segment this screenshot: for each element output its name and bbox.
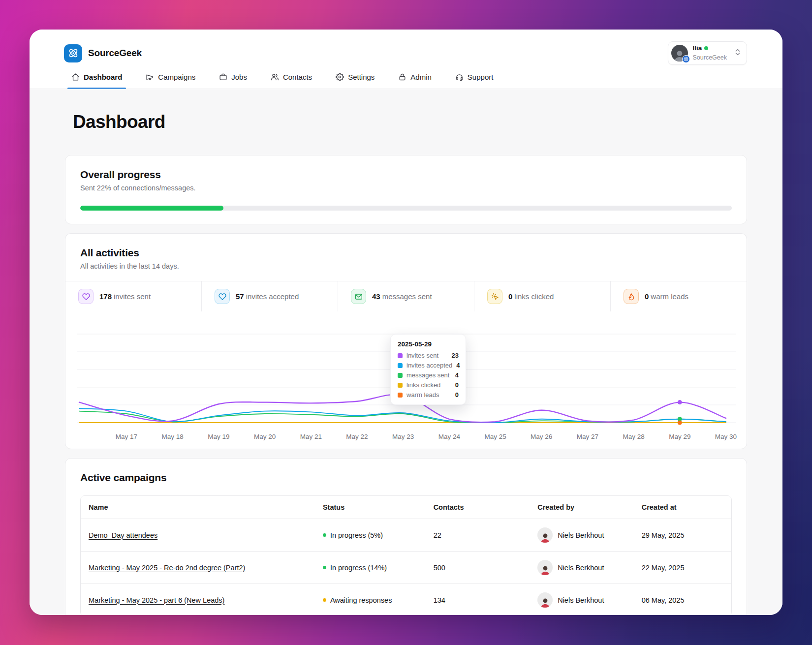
campaigns-title: Active campaigns — [80, 472, 732, 484]
main-nav: Dashboard Campaigns Jobs Contacts Settin… — [70, 73, 747, 89]
megaphone-icon — [146, 73, 154, 81]
x-axis-label: May 22 — [346, 433, 368, 440]
tooltip-date: 2025-05-29 — [398, 340, 459, 348]
stat-invites-accepted: 57invites accepted — [201, 281, 338, 311]
status-dot — [323, 566, 326, 569]
column-header-contacts[interactable]: Contacts — [426, 496, 530, 519]
app-window: SourceGeek Ilia — [30, 30, 782, 615]
created-at: 06 May, 2025 — [634, 584, 731, 615]
user-menu-button[interactable]: Ilia SourceGeek — [668, 41, 747, 65]
column-header-name[interactable]: Name — [81, 496, 315, 519]
gear-icon — [336, 73, 344, 81]
legend-swatch — [398, 383, 403, 388]
overall-progress-title: Overall progress — [80, 169, 732, 181]
app-header: SourceGeek Ilia — [30, 30, 782, 89]
stat-label: invites accepted — [246, 292, 299, 301]
column-header-created-by[interactable]: Created by — [530, 496, 634, 519]
nav-tab-jobs[interactable]: Jobs — [218, 73, 248, 89]
created-by: Niels Berkhout — [537, 527, 626, 543]
activities-subtitle: All activities in the last 14 days. — [80, 262, 732, 270]
created-at: 29 May, 2025 — [634, 519, 731, 552]
tooltip-row: messages sent 4 — [398, 371, 459, 379]
users-icon — [271, 73, 279, 81]
campaign-link[interactable]: Marketing - May 2025 - Re-do 2nd degree … — [89, 564, 245, 572]
nav-tab-campaigns[interactable]: Campaigns — [145, 73, 196, 89]
sourcegeek-logo-icon — [64, 44, 82, 62]
campaign-link[interactable]: Demo_Day attendees — [89, 531, 157, 539]
tooltip-row: links clicked 0 — [398, 381, 459, 389]
all-activities-card: All activities All activities in the las… — [65, 233, 747, 449]
column-header-created-at[interactable]: Created at — [634, 496, 731, 519]
tooltip-row: warm leads 0 — [398, 391, 459, 399]
x-axis-label: May 21 — [300, 433, 322, 440]
legend-swatch — [398, 353, 403, 358]
legend-swatch — [398, 373, 403, 378]
status-badge: Awaiting responses — [323, 596, 418, 604]
stat-value: 0 — [645, 292, 649, 301]
campaign-link[interactable]: Marketing - May 2025 - part 6 (New Leads… — [89, 596, 224, 604]
x-axis-label: May 28 — [623, 433, 644, 440]
legend-swatch — [398, 393, 403, 398]
stat-label: warm leads — [651, 292, 688, 301]
stat-value: 0 — [508, 292, 512, 301]
home-icon — [71, 73, 80, 81]
page-title: Dashboard — [73, 112, 747, 132]
activities-title: All activities — [80, 247, 732, 259]
contacts-count: 22 — [426, 519, 530, 552]
stat-messages-sent: 43messages sent — [338, 281, 474, 311]
stat-warm-leads: 0warm leads — [610, 281, 747, 311]
nav-tab-dashboard[interactable]: Dashboard — [70, 73, 123, 89]
briefcase-icon — [219, 73, 227, 81]
chevron-up-down-icon — [735, 48, 741, 58]
envelope-icon — [351, 289, 366, 304]
brand: SourceGeek — [64, 44, 142, 62]
heart-icon — [215, 289, 230, 304]
tooltip-row: invites sent 23 — [398, 352, 459, 359]
x-axis-label: May 19 — [208, 433, 229, 440]
flame-icon — [624, 289, 639, 304]
org-badge-icon — [682, 55, 690, 63]
nav-tab-contacts[interactable]: Contacts — [270, 73, 313, 89]
x-axis-label: May 29 — [669, 433, 690, 440]
status-badge: In progress (5%) — [323, 531, 418, 539]
x-axis-label: May 18 — [162, 433, 184, 440]
campaigns-table: Name Status Contacts Created by Created … — [80, 495, 732, 615]
progress-fill — [80, 206, 223, 211]
table-row: Marketing - May 2025 - part 6 (New Leads… — [81, 584, 731, 615]
x-axis-labels: May 17May 18May 19May 20May 21May 22May … — [77, 429, 735, 446]
online-status-dot — [704, 46, 708, 50]
click-icon — [487, 289, 502, 304]
tooltip-row: invites accepted 4 — [398, 362, 459, 369]
stat-label: messages sent — [382, 292, 432, 301]
brand-name: SourceGeek — [88, 48, 142, 59]
active-campaigns-card: Active campaigns Name Status Contacts Cr… — [65, 458, 747, 615]
x-axis-label: May 23 — [392, 433, 414, 440]
x-axis-label: May 27 — [577, 433, 598, 440]
x-axis-label: May 25 — [484, 433, 506, 440]
created-by: Niels Berkhout — [537, 560, 626, 575]
created-by: Niels Berkhout — [537, 592, 626, 608]
activity-chart: May 17May 18May 19May 20May 21May 22May … — [65, 311, 747, 449]
column-header-status[interactable]: Status — [315, 496, 426, 519]
contacts-count: 134 — [426, 584, 530, 615]
x-axis-label: May 24 — [438, 433, 460, 440]
x-axis-label: May 17 — [116, 433, 137, 440]
user-name: Ilia — [693, 44, 727, 53]
headset-icon — [455, 73, 464, 81]
x-axis-label: May 20 — [254, 433, 276, 440]
x-axis-label: May 30 — [715, 433, 737, 440]
status-dot — [323, 533, 326, 537]
table-row: Marketing - May 2025 - Re-do 2nd degree … — [81, 552, 731, 584]
progress-bar — [80, 206, 732, 211]
nav-tab-support[interactable]: Support — [454, 73, 495, 89]
user-org: SourceGeek — [693, 54, 727, 61]
nav-tab-settings[interactable]: Settings — [335, 73, 375, 89]
stat-value: 43 — [372, 292, 380, 301]
stat-invites-sent: 178invites sent — [65, 281, 201, 311]
stat-links-clicked: 0links clicked — [474, 281, 610, 311]
nav-tab-admin[interactable]: Admin — [397, 73, 433, 89]
overall-progress-subtitle: Sent 22% of connections/messages. — [80, 184, 732, 192]
stat-value: 57 — [236, 292, 244, 301]
main-content: Dashboard Overall progress Sent 22% of c… — [30, 89, 782, 615]
stat-label: links clicked — [514, 292, 554, 301]
